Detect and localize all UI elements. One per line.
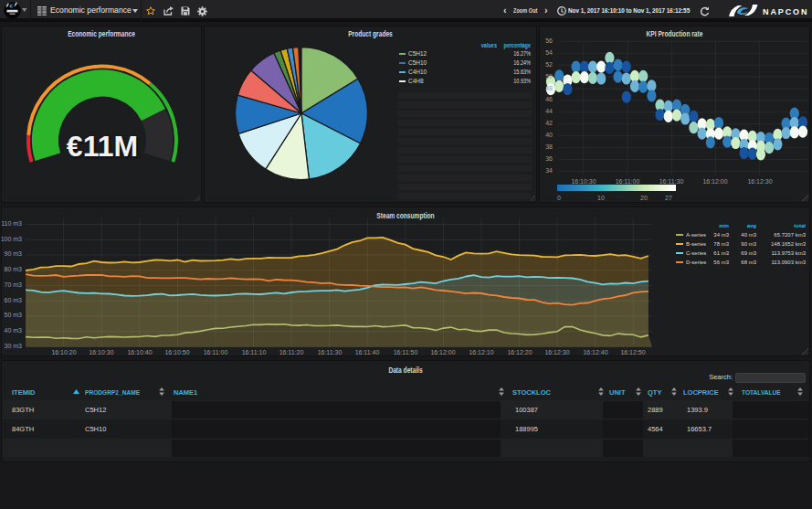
svg-text:NAPCON: NAPCON [763, 7, 808, 16]
